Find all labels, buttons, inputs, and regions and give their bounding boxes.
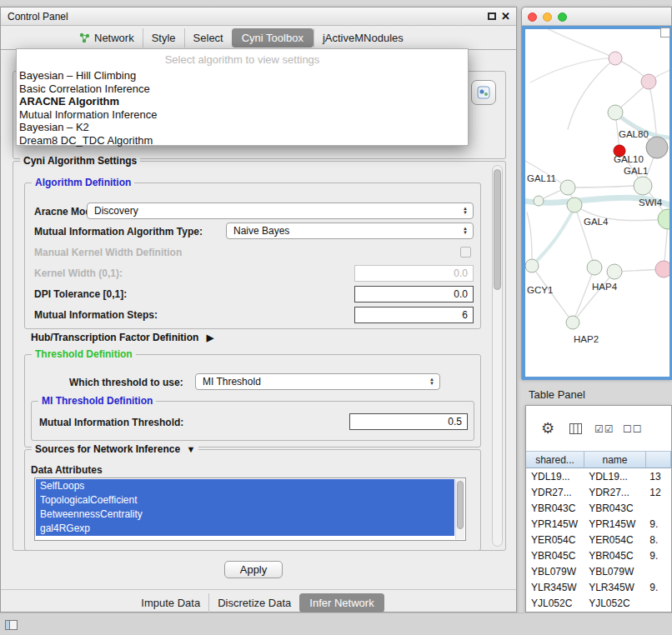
network-edge xyxy=(573,272,614,322)
network-node[interactable] xyxy=(609,52,622,65)
table-row[interactable]: YPR145WYPR145W9. xyxy=(526,516,671,532)
settings-scrollbar[interactable] xyxy=(492,165,503,547)
minimize-traffic-light[interactable] xyxy=(543,12,552,22)
columns-icon[interactable] xyxy=(569,422,582,438)
table-cell: YBL079W xyxy=(526,566,584,578)
algorithm-option[interactable]: Dream8 DC_TDC Algorithm xyxy=(17,134,468,148)
aracne-mode-combobox[interactable]: Discovery ▲▼ xyxy=(87,202,474,219)
algorithm-option[interactable]: Mutual Information Inference xyxy=(17,108,468,122)
table-cell: YER054C xyxy=(584,534,644,546)
tab-network[interactable]: Network xyxy=(71,28,143,48)
select-all-icon[interactable]: ☑☑ xyxy=(594,423,614,435)
list-scrollbar[interactable] xyxy=(455,479,464,539)
node-label: HAP4 xyxy=(592,282,618,292)
close-traffic-light[interactable] xyxy=(528,12,537,22)
table-row[interactable]: YDL19...YDL19...13 xyxy=(526,468,671,484)
table-toolbar: ⚙ ☑☑ ☐☐ xyxy=(526,406,671,451)
apply-button[interactable]: Apply xyxy=(224,561,283,578)
mi-threshold-input[interactable]: 0.5 xyxy=(349,413,468,430)
mi-steps-input[interactable]: 6 xyxy=(354,307,474,323)
network-node[interactable] xyxy=(608,105,623,120)
settings-scrollbar-thumb[interactable] xyxy=(494,169,501,290)
table-cell: 9. xyxy=(644,550,671,562)
tab-label: jActiveMNodules xyxy=(323,32,404,44)
algorithm-option[interactable]: Basic Correlation Inference xyxy=(17,82,468,96)
spinner-arrows-icon: ▲▼ xyxy=(459,227,473,235)
table-row[interactable]: YDR27...YDR27...12 xyxy=(526,484,671,500)
algorithm-dropdown-popup: Select algorithm to view settings Bayesi… xyxy=(16,48,469,146)
table-cell: YER054C xyxy=(526,534,584,546)
manual-kernel-width-label: Manual Kernel Width Definition xyxy=(34,247,182,258)
column-header[interactable] xyxy=(646,451,671,468)
hub-definition-expander[interactable]: Hub/Transcription Factor Definition ▶ xyxy=(31,332,213,343)
zoom-traffic-light[interactable] xyxy=(558,12,567,22)
mi-algorithm-type-combobox[interactable]: Naive Bayes ▲▼ xyxy=(226,222,474,239)
network-node[interactable] xyxy=(587,260,602,275)
column-header[interactable]: name xyxy=(584,451,646,468)
manual-kernel-width-checkbox[interactable] xyxy=(460,247,471,258)
data-attributes-list[interactable]: SelfLoopsTopologicalCoefficientBetweenne… xyxy=(34,478,466,541)
tab-select[interactable]: Select xyxy=(184,28,232,48)
network-node[interactable] xyxy=(560,180,575,195)
kernel-width-input[interactable]: 0.0 xyxy=(354,265,474,282)
table-cell: 9. xyxy=(644,582,671,593)
table-cell: YPR145W xyxy=(526,518,584,530)
table-cell: YDL19... xyxy=(526,471,584,482)
dpi-tolerance-input[interactable]: 0.0 xyxy=(354,286,474,302)
column-header[interactable]: shared... xyxy=(526,451,584,468)
list-scrollbar-thumb[interactable] xyxy=(457,481,464,529)
tab-label: Network xyxy=(94,32,134,44)
tab-label: Select xyxy=(193,32,223,44)
table-row[interactable]: YBR045CYBR045C9. xyxy=(526,548,671,563)
tab-impute-data[interactable]: Impute Data xyxy=(133,593,208,612)
algorithm-option[interactable]: Bayesian – K2 xyxy=(17,121,468,134)
cyni-settings-button[interactable] xyxy=(471,80,496,105)
network-node[interactable] xyxy=(566,316,579,329)
tab-cyni-toolbox[interactable]: Cyni Toolbox xyxy=(232,28,313,48)
network-node[interactable] xyxy=(525,259,539,272)
close-icon[interactable]: ✕ xyxy=(501,10,510,22)
network-node[interactable] xyxy=(655,261,669,278)
deselect-all-icon[interactable]: ☐☐ xyxy=(623,423,643,435)
tab-jactivemodules[interactable]: jActiveMNodules xyxy=(313,28,412,48)
network-node[interactable] xyxy=(658,209,669,229)
algorithm-option[interactable]: ARACNE Algorithm xyxy=(17,95,468,108)
attribute-item[interactable]: TopologicalCoefficient xyxy=(36,493,454,508)
table-row[interactable]: YER054CYER054C8. xyxy=(526,532,671,548)
dpi-tolerance-label: DPI Tolerance [0,1]: xyxy=(34,288,127,300)
which-threshold-combobox[interactable]: MI Threshold ▲▼ xyxy=(195,373,440,390)
algorithm-option[interactable]: Bayesian – Hill Climbing xyxy=(17,69,468,82)
table-row[interactable]: YBR043CYBR043C xyxy=(526,500,671,516)
table-row[interactable]: YJL052CYJL052C xyxy=(526,595,671,611)
network-node[interactable] xyxy=(607,264,622,279)
network-node[interactable] xyxy=(567,198,582,212)
attribute-item[interactable]: gal4RGexp xyxy=(36,522,454,536)
table-cell: YJL052C xyxy=(584,598,644,609)
network-edge xyxy=(549,29,615,58)
gear-icon[interactable]: ⚙ xyxy=(541,419,554,438)
network-node[interactable] xyxy=(641,74,656,89)
tab-discretize-data[interactable]: Discretize Data xyxy=(208,593,299,612)
network-node[interactable] xyxy=(534,196,544,206)
table-cell: 13 xyxy=(644,471,671,482)
float-window-icon[interactable] xyxy=(488,12,496,20)
table-cell: YPR145W xyxy=(584,518,644,530)
network-canvas[interactable]: GAL80GAL10GAL11GAL1SWI4GAL4GCY1HAP4HAP2 xyxy=(522,26,672,380)
tab-infer-network[interactable]: Infer Network xyxy=(299,593,384,612)
show-panel-icon[interactable] xyxy=(5,618,18,633)
table-cell: 8. xyxy=(644,534,671,546)
attribute-item[interactable]: SelfLoops xyxy=(36,479,454,493)
network-node[interactable] xyxy=(646,137,668,158)
table-row[interactable]: YBL079WYBL079W xyxy=(526,563,671,579)
group-title: Threshold Definition xyxy=(32,348,136,360)
bottom-tabbar: Impute Data Discretize Data Infer Networ… xyxy=(1,589,516,612)
table-header-row: shared... name xyxy=(526,451,671,468)
sources-expander[interactable]: Sources for Network Inference ▼ xyxy=(32,443,198,455)
tab-style[interactable]: Style xyxy=(143,28,184,48)
sources-title: Sources for Network Inference xyxy=(35,443,180,455)
expander-right-icon: ▶ xyxy=(207,332,213,343)
table-cell: YBL079W xyxy=(584,566,644,578)
attribute-item[interactable]: BetweennessCentrality xyxy=(36,508,454,522)
table-row[interactable]: YLR345WYLR345W9. xyxy=(526,579,671,595)
network-node[interactable] xyxy=(634,177,652,195)
